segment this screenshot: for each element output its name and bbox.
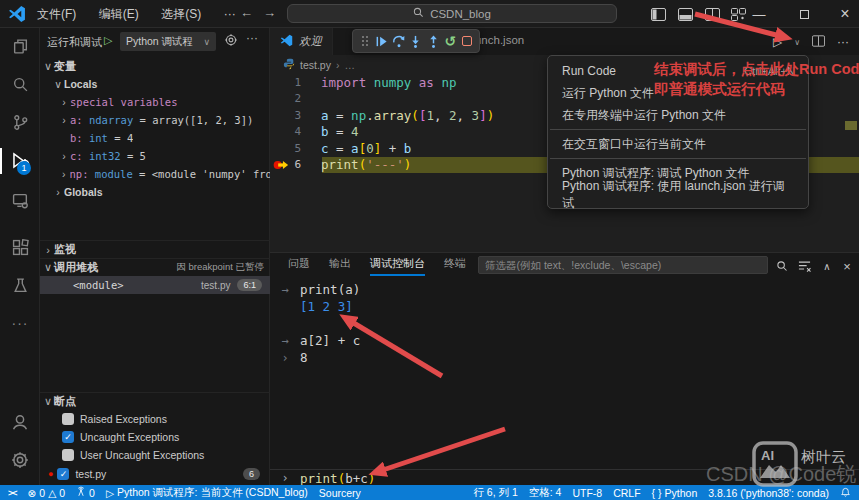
gear-icon[interactable] bbox=[224, 33, 238, 49]
panel-tab-terminal[interactable]: 终端 bbox=[444, 253, 466, 276]
remote-explorer-icon[interactable] bbox=[8, 188, 32, 212]
vscode-logo-icon bbox=[8, 5, 26, 27]
chevron-right-icon: › bbox=[42, 244, 54, 256]
checkbox[interactable]: ✓ bbox=[57, 468, 69, 480]
panel-tab-output[interactable]: 输出 bbox=[329, 253, 351, 276]
close-button[interactable]: × bbox=[831, 0, 859, 28]
chevron-right-icon: › bbox=[58, 168, 70, 180]
toggle-sidebar-icon[interactable] bbox=[651, 7, 667, 21]
stop-square bbox=[462, 36, 472, 46]
console-filter-input[interactable] bbox=[478, 256, 768, 274]
ports-indicator[interactable]: 0 bbox=[76, 486, 95, 499]
step-over-icon[interactable] bbox=[391, 32, 406, 50]
breakpoints-section-header[interactable]: ∨ 断点 bbox=[40, 392, 270, 410]
line-number: 3 bbox=[270, 109, 310, 122]
sidebar-title: 运行和调试 bbox=[47, 35, 102, 50]
toggle-panel-icon[interactable] bbox=[678, 7, 694, 21]
maximize-panel-icon[interactable]: ∧ bbox=[818, 257, 836, 275]
remote-icon[interactable]: >< bbox=[8, 488, 17, 498]
breakpoint-row[interactable]: ● ✓ test.py 6 bbox=[40, 465, 270, 483]
run-python-icon[interactable]: ▷ bbox=[773, 35, 782, 49]
panel-tab-debug-console[interactable]: 调试控制台 bbox=[370, 253, 425, 276]
checkbox[interactable]: ✓ bbox=[62, 431, 74, 443]
start-debug-icon[interactable]: ▷ bbox=[104, 34, 112, 47]
prompt-arrow-icon: → bbox=[270, 283, 300, 297]
chevron-down-icon: ∨ bbox=[52, 78, 64, 90]
settings-gear-icon[interactable] bbox=[8, 448, 32, 472]
search-icon[interactable] bbox=[8, 72, 32, 96]
search-icon[interactable] bbox=[773, 257, 791, 275]
notifications-bell-icon[interactable] bbox=[840, 487, 851, 498]
more-actions-icon[interactable]: ··· bbox=[837, 35, 849, 49]
language-mode[interactable]: { } Python bbox=[652, 487, 698, 499]
scope-globals[interactable]: › Globals bbox=[40, 183, 270, 201]
callstack-section-header[interactable]: ∨ 调用堆栈 因 breakpoint 已暂停 bbox=[40, 258, 270, 276]
breadcrumb-file: test.py bbox=[300, 59, 331, 71]
language-label: Python bbox=[665, 487, 698, 499]
globals-label: Globals bbox=[64, 186, 103, 198]
watch-section-header[interactable]: › 监视 bbox=[40, 240, 270, 258]
menu-selection[interactable]: 选择(S) bbox=[152, 0, 210, 29]
variable-row[interactable]: › special variables bbox=[40, 93, 270, 111]
variable-row[interactable]: › c: int32 = 5 bbox=[40, 147, 270, 165]
line-number: 2 bbox=[270, 92, 310, 105]
stop-icon[interactable] bbox=[460, 32, 475, 50]
python-interpreter[interactable]: 3.8.16 ('python38': conda) bbox=[708, 487, 829, 499]
menu-file[interactable]: 文件(F) bbox=[28, 0, 85, 29]
more-actions-icon[interactable]: ··· bbox=[246, 31, 258, 45]
indentation[interactable]: 空格: 4 bbox=[529, 486, 562, 500]
clear-console-icon[interactable] bbox=[795, 257, 813, 275]
breakpoint-row[interactable]: Raised Exceptions bbox=[40, 410, 270, 428]
testing-icon[interactable] bbox=[8, 273, 32, 297]
command-center[interactable]: CSDN_blog bbox=[287, 4, 617, 23]
stack-frame-row[interactable]: <module> test.py 6:1 bbox=[40, 276, 270, 294]
activity-bar: 1 ··· bbox=[0, 28, 40, 485]
variable-row[interactable]: › a: ndarray = array([1, 2, 3]) bbox=[40, 111, 270, 129]
variables-section-header[interactable]: ∨ 变量 bbox=[40, 57, 270, 75]
eol-sequence[interactable]: CRLF bbox=[613, 487, 640, 499]
console-input[interactable]: › print(b+c) bbox=[270, 469, 859, 486]
checkbox[interactable] bbox=[62, 413, 74, 425]
close-panel-icon[interactable]: × bbox=[838, 257, 856, 275]
locals-label: Locals bbox=[64, 78, 97, 90]
drag-handle-icon[interactable] bbox=[357, 32, 372, 50]
step-into-icon[interactable] bbox=[408, 32, 423, 50]
checkbox[interactable] bbox=[62, 449, 74, 461]
nav-forward-icon[interactable]: → bbox=[263, 5, 276, 20]
extensions-icon[interactable] bbox=[8, 235, 32, 259]
breakpoint-row[interactable]: ✓ Uncaught Exceptions bbox=[40, 428, 270, 446]
menu-edit[interactable]: 编辑(E) bbox=[90, 0, 148, 29]
maximize-button[interactable] bbox=[790, 0, 818, 28]
overview-ruler-mark bbox=[845, 121, 857, 130]
variable-row[interactable]: › np: module = <module 'numpy' fro… bbox=[40, 165, 270, 183]
nav-back-icon[interactable]: ← bbox=[240, 5, 253, 20]
split-editor-icon[interactable] bbox=[812, 33, 825, 51]
split-editor-icon[interactable] bbox=[705, 7, 721, 21]
code-text: b = 4 bbox=[310, 124, 359, 139]
minimize-button[interactable]: — bbox=[745, 0, 773, 28]
scope-locals[interactable]: ∨ Locals bbox=[40, 75, 270, 93]
account-icon[interactable] bbox=[8, 410, 32, 434]
debug-status[interactable]: ▷ Python 调试程序: 当前文件 (CSDN_blog) bbox=[106, 486, 308, 500]
problems-indicator[interactable]: ⊗0 △0 bbox=[28, 487, 66, 499]
menu-item-debug-with-launch-json[interactable]: Python 调试程序: 使用 launch.json 进行调试 bbox=[549, 184, 807, 206]
debug-config-select[interactable]: Python 调试程 ∨ bbox=[120, 32, 216, 51]
restart-icon[interactable]: ↺ bbox=[443, 32, 458, 50]
breakpoint-arrow-icon[interactable] bbox=[273, 158, 290, 175]
source-control-icon[interactable] bbox=[8, 110, 32, 134]
cursor-position[interactable]: 行 6, 列 1 bbox=[473, 486, 517, 500]
continue-icon[interactable] bbox=[374, 32, 389, 50]
sourcery-status[interactable]: Sourcery bbox=[319, 487, 361, 499]
run-dropdown-chevron-icon[interactable]: ∨ bbox=[794, 38, 800, 47]
breakpoint-label: test.py bbox=[75, 468, 106, 480]
breakpoint-row[interactable]: User Uncaught Exceptions bbox=[40, 446, 270, 464]
panel-tab-problems[interactable]: 问题 bbox=[288, 253, 310, 276]
variable-row[interactable]: b: int = 4 bbox=[40, 129, 270, 147]
tab-welcome[interactable]: 欢迎 bbox=[270, 28, 333, 55]
step-out-icon[interactable] bbox=[426, 32, 441, 50]
menu-item-run-in-dedicated-terminal[interactable]: 在专用终端中运行 Python 文件 bbox=[549, 104, 807, 126]
encoding[interactable]: UTF-8 bbox=[572, 487, 602, 499]
more-views-icon[interactable]: ··· bbox=[8, 311, 32, 335]
menu-item-run-in-interactive-window[interactable]: 在交互窗口中运行当前文件 bbox=[549, 133, 807, 155]
explorer-icon[interactable] bbox=[8, 34, 32, 58]
